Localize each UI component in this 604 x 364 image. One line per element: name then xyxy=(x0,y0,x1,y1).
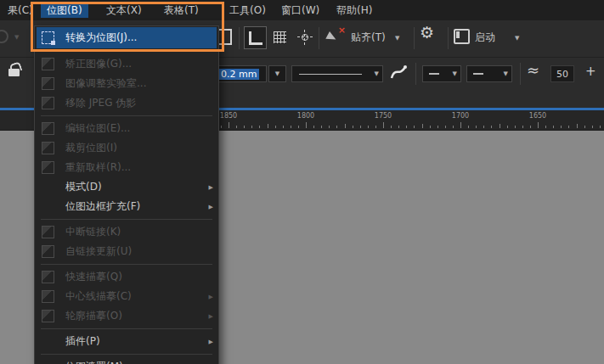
ruler-tick xyxy=(291,126,291,128)
snap-off-button[interactable]: × xyxy=(324,27,346,48)
ruler-tick xyxy=(500,124,500,128)
ruler-tick xyxy=(321,126,322,128)
menubar-item-effects[interactable]: 果(C) xyxy=(2,3,39,18)
ruler-tick xyxy=(375,126,376,128)
ruler-tick xyxy=(522,126,523,128)
ruler-tick xyxy=(244,126,245,128)
menu-separator xyxy=(41,354,212,355)
outline-width-input[interactable]: 0.2 mm xyxy=(216,65,267,82)
ruler-tick xyxy=(221,126,222,128)
blank-icon xyxy=(42,335,54,348)
outline-width-dropdown-button[interactable]: ▼ xyxy=(268,65,286,82)
chevron-down-icon: ▼ xyxy=(504,70,508,77)
menubar-item-table[interactable]: 表格(T) xyxy=(158,3,205,18)
menubar-item-tools[interactable]: 工具(O) xyxy=(223,3,272,18)
plus-icon[interactable]: + xyxy=(585,64,596,79)
update-from-link-icon xyxy=(42,245,54,258)
ruler-tick xyxy=(368,126,369,128)
ruler-tick xyxy=(298,126,299,128)
quick-trace-icon xyxy=(42,271,54,283)
menu-item-convert-to-bitmap[interactable]: 转换为位图(J)... xyxy=(37,27,217,48)
ruler-tick xyxy=(592,126,593,128)
ruler-tick xyxy=(313,126,314,128)
ruler-tick xyxy=(491,126,492,128)
ruler-label: 1850 xyxy=(220,112,237,120)
ruler-tick xyxy=(507,126,508,128)
menu-separator xyxy=(41,51,212,52)
chevron-down-icon: ▼ xyxy=(453,70,457,77)
chevron-down-icon[interactable]: ▼ xyxy=(395,35,399,42)
menu-item-mode[interactable]: 模式(D)▶ xyxy=(35,177,218,197)
unlock-icon xyxy=(8,69,20,76)
ruler-tick xyxy=(251,126,252,128)
menu-item-centerline-trace: 中心线描摹(C)▶ xyxy=(35,287,218,306)
menu-item-edit-bitmap: 编辑位图(E)... xyxy=(35,119,218,138)
rulers-toggle-button[interactable] xyxy=(244,26,267,49)
launch-dropdown[interactable]: 启动 xyxy=(475,31,495,45)
menu-item-bitmap-mask[interactable]: 位图遮罩(M)... xyxy=(35,357,218,364)
submenu-arrow-icon: ▶ xyxy=(209,313,213,320)
ruler-tick xyxy=(353,126,353,128)
snap-to-dropdown[interactable]: 贴齐(T) xyxy=(351,31,386,45)
snap-off-icon: × xyxy=(324,27,346,48)
crop-bitmap-icon xyxy=(42,142,54,154)
ruler-label: 1750 xyxy=(375,112,392,120)
menu-item-label: 位图边框扩充(F) xyxy=(65,199,206,214)
smoothing-value-input[interactable]: 50 xyxy=(550,65,574,82)
gear-icon[interactable]: ⚙ xyxy=(420,23,434,42)
blank-icon xyxy=(42,200,54,213)
menu-separator xyxy=(41,328,212,329)
menu-separator xyxy=(41,115,212,116)
ruler-icon xyxy=(249,31,262,45)
ruler-tick xyxy=(530,126,531,128)
menu-item-bitmap-boundary-expand[interactable]: 位图边框扩充(F)▶ xyxy=(35,197,218,216)
menubar-item-window[interactable]: 窗口(W) xyxy=(275,3,325,18)
menu-bar: 果(C)位图(B)文本(X)表格(T)工具(O)窗口(W)帮助(H) xyxy=(0,0,604,20)
outline-width-value: 0.2 mm xyxy=(218,69,259,80)
grid-toggle-button[interactable] xyxy=(270,28,289,47)
menu-item-label: 自链接更新(U) xyxy=(65,244,213,259)
ruler-tick xyxy=(437,126,438,128)
break-link-icon xyxy=(42,226,54,238)
line-style-dropdown[interactable]: ▼ xyxy=(291,65,383,82)
ruler-tick xyxy=(568,126,569,128)
arrow-end-preview xyxy=(473,73,483,75)
menu-item-update-from-link: 自链接更新(U) xyxy=(35,242,218,261)
bitmap-menu: 转换为位图(J)...矫正图像(G)...图像调整实验室...移除 JPEG 伪… xyxy=(34,25,219,364)
ruler-tick xyxy=(453,126,454,128)
submenu-arrow-icon: ▶ xyxy=(209,294,213,300)
ruler-tick xyxy=(561,126,562,128)
ruler-tick xyxy=(545,126,546,128)
launch-icon[interactable] xyxy=(454,29,470,44)
ruler-tick xyxy=(577,124,578,128)
menu-item-label: 移除 JPEG 伪影 xyxy=(65,96,213,110)
lock-button[interactable] xyxy=(2,58,27,83)
submenu-arrow-icon: ▶ xyxy=(209,184,213,191)
menubar-item-bitmaps[interactable]: 位图(B) xyxy=(41,3,88,18)
ruler-tick xyxy=(345,124,346,128)
blank-icon xyxy=(42,361,54,364)
outline-trace-icon xyxy=(42,310,54,322)
menu-item-label: 位图遮罩(M)... xyxy=(65,360,213,364)
ruler-tick xyxy=(430,126,431,128)
ruler-tick xyxy=(445,126,446,128)
arrow-start-dropdown[interactable]: ▼ xyxy=(422,65,461,82)
menu-item-outline-trace: 轮廓描摹(O)▶ xyxy=(35,306,218,326)
menu-item-label: 快速描摹(Q) xyxy=(65,270,213,284)
ruler-tick xyxy=(306,122,307,128)
menu-item-label: 轮廓描摹(O) xyxy=(65,309,206,323)
menubar-item-help[interactable]: 帮助(H) xyxy=(330,3,378,18)
guidelines-toggle-button[interactable] xyxy=(296,28,314,47)
menu-item-plugins[interactable]: 插件(P)▶ xyxy=(35,332,218,351)
arrow-end-dropdown[interactable]: ▼ xyxy=(466,65,512,82)
menubar-item-text[interactable]: 文本(X) xyxy=(100,3,148,18)
ruler-tick xyxy=(538,122,539,128)
ruler-tick xyxy=(391,126,392,128)
menu-item-label: 矫正图像(G)... xyxy=(65,57,213,71)
resample-icon xyxy=(42,161,54,174)
ruler-tick xyxy=(422,124,423,128)
menu-separator xyxy=(41,264,212,265)
chevron-down-icon[interactable]: ▼ xyxy=(515,35,519,42)
remove-jpeg-artifacts-icon xyxy=(42,97,54,109)
brush-smooth-icon[interactable] xyxy=(389,64,408,86)
